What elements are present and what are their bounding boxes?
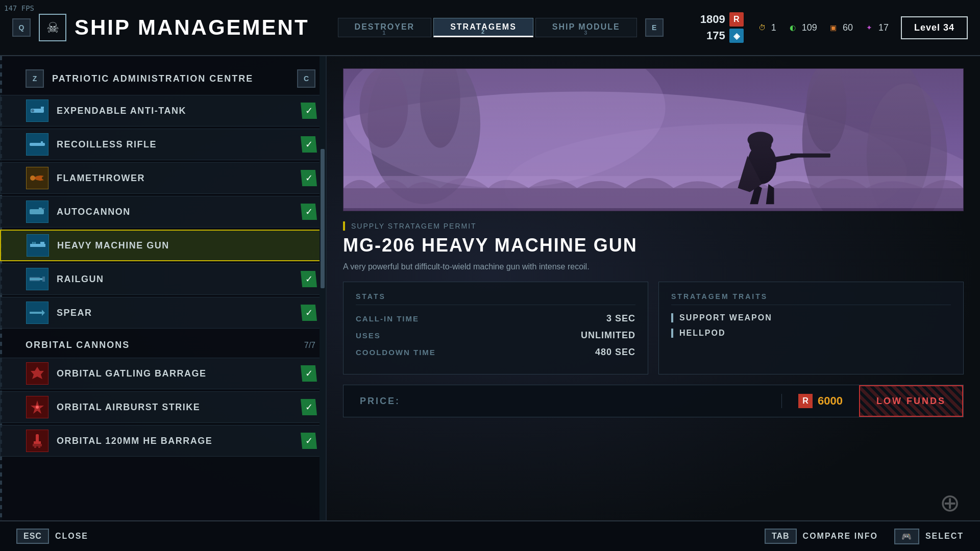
svg-point-5 (30, 176, 35, 181)
requisition-icon: R (729, 12, 744, 27)
super-credit-icon: ◈ (729, 29, 744, 43)
stat-uses: USES UNLIMITED (356, 330, 635, 341)
price-label: PRICE: (344, 396, 781, 407)
resource-row: ⏱ 1 ◐ 109 ▣ 60 ✦ 17 (756, 21, 889, 34)
orbital-airburst-icon (26, 396, 48, 418)
svg-rect-25 (34, 446, 36, 448)
orbital-gatling-check: ✓ (301, 365, 317, 382)
stratagem-item-expendable[interactable]: EXPENDABLE ANTI-TANK ✓ (0, 95, 326, 127)
tab-stratagems[interactable]: STRATAGEMS 2 (433, 18, 533, 37)
traits-panel-title: STRATAGEM TRAITS (671, 292, 951, 305)
svg-rect-12 (34, 242, 36, 244)
stratagem-item-railgun[interactable]: RAILGUN ✓ (0, 263, 326, 295)
samples-purple-icon: ✦ (863, 21, 875, 34)
key-q-badge[interactable]: Q (12, 18, 31, 37)
recoilless-icon (26, 133, 48, 156)
low-funds-button[interactable]: LOW FUNDS (859, 385, 963, 417)
svg-marker-19 (31, 367, 44, 379)
hmg-icon (27, 234, 49, 257)
flamethrower-name: FLAMETHROWER (57, 173, 301, 184)
stats-row: STATS CALL-IN TIME 3 SEC USES UNLIMITED … (343, 282, 964, 374)
pac-section-header: Z PATRIOTIC ADMINISTRATION CENTRE C (0, 64, 326, 93)
autocannon-check: ✓ (301, 204, 317, 220)
svg-rect-6 (30, 209, 44, 214)
svg-rect-16 (30, 280, 40, 281)
top-bar: Q ☠ SHIP MANAGEMENT DESTROYER 1 STRATAGE… (0, 0, 980, 56)
compare-action[interactable]: TAB COMPARE INFO (765, 529, 878, 544)
skull-icon: ☠ (39, 14, 66, 41)
main-currency-value: 1809 (700, 13, 725, 26)
svg-rect-8 (42, 208, 45, 209)
stratagem-item-spear[interactable]: SPEAR ✓ (0, 297, 326, 329)
select-key: 🎮 (894, 529, 919, 544)
svg-rect-10 (40, 242, 44, 244)
hmg-name: HEAVY MACHINE GUN (57, 240, 316, 251)
flamethrower-icon (26, 167, 48, 189)
stratagem-item-orbital-120mm[interactable]: ORBITAL 120MM HE BARRAGE ✓ (0, 425, 326, 457)
uses-label: USES (356, 331, 381, 340)
trait-hellpod: HELLPOD (671, 329, 951, 338)
trait-bar-1 (671, 313, 673, 322)
cooldown-value: 480 SEC (595, 347, 635, 358)
compare-label: COMPARE INFO (803, 532, 878, 541)
trait-hellpod-name: HELLPOD (679, 329, 725, 338)
key-c-badge[interactable]: C (297, 69, 315, 88)
price-value: 6000 (818, 394, 843, 408)
medals-icon: ⏱ (756, 21, 768, 34)
flamethrower-check: ✓ (301, 170, 317, 186)
stratagem-item-recoilless[interactable]: RECOILLESS RIFLE ✓ (0, 129, 326, 160)
stats-panel: STATS CALL-IN TIME 3 SEC USES UNLIMITED … (343, 282, 648, 374)
expendable-check: ✓ (301, 103, 317, 119)
resource-medals: ⏱ 1 (756, 21, 776, 34)
spear-name: SPEAR (57, 308, 301, 318)
orbital-120mm-name: ORBITAL 120MM HE BARRAGE (57, 436, 301, 446)
svg-rect-9 (30, 244, 45, 247)
key-e-badge[interactable]: E (645, 18, 664, 37)
orbital-section-title: ORBITAL CANNONS (26, 340, 130, 350)
svg-marker-18 (42, 310, 45, 316)
price-amount: R 6000 (781, 394, 859, 408)
tab-destroyer[interactable]: DESTROYER 1 (338, 18, 432, 37)
svg-rect-24 (33, 444, 42, 446)
tab-ship-module[interactable]: SHIP MODULE 3 (535, 18, 637, 37)
stratagem-item-orbital-airburst[interactable]: ORBITAL AIRBURST STRIKE ✓ (0, 391, 326, 423)
svg-point-21 (36, 406, 39, 409)
samples-orange-icon: ▣ (827, 21, 840, 34)
stratagem-item-orbital-gatling[interactable]: ORBITAL GATLING BARRAGE ✓ (0, 358, 326, 389)
scrollbar[interactable] (320, 56, 326, 520)
fps-counter: 147 FPS (4, 4, 34, 12)
expendable-name: EXPENDABLE ANTI-TANK (57, 106, 301, 116)
call-in-time-label: CALL-IN TIME (356, 314, 419, 323)
stratagem-item-autocannon[interactable]: AUTOCANNON ✓ (0, 196, 326, 228)
main-content: Z PATRIOTIC ADMINISTRATION CENTRE C EXPE… (0, 56, 980, 520)
select-label: SELECT (925, 532, 964, 541)
orbital-section-header: ORBITAL CANNONS 7/7 (0, 335, 326, 356)
svg-rect-4 (41, 141, 43, 143)
svg-point-2 (31, 109, 34, 112)
sub-currency-value: 175 (706, 29, 725, 42)
expendable-icon (26, 99, 48, 122)
stratagem-item-flamethrower[interactable]: FLAMETHROWER ✓ (0, 162, 326, 194)
weapon-name: MG-206 HEAVY MACHINE GUN (343, 235, 964, 256)
close-label: CLOSE (55, 532, 88, 541)
stratagem-item-hmg[interactable]: HEAVY MACHINE GUN (0, 230, 326, 261)
bottom-bar: ESC CLOSE TAB COMPARE INFO 🎮 SELECT (0, 520, 980, 551)
uses-value: UNLIMITED (581, 330, 635, 341)
top-right: 1809 R 175 ◈ ⏱ 1 ◐ 109 ▣ (700, 12, 968, 43)
weapon-detail-header: SUPPLY STRATAGEM PERMIT MG-206 HEAVY MAC… (343, 221, 964, 271)
recoilless-name: RECOILLESS RIFLE (57, 139, 301, 150)
resource-samples-orange: ▣ 60 (827, 21, 853, 34)
key-z-badge[interactable]: Z (26, 69, 44, 88)
page-title: SHIP MANAGEMENT (75, 15, 309, 40)
svg-rect-26 (38, 446, 40, 448)
currency-block: 1809 R 175 ◈ (700, 12, 744, 43)
orbital-120mm-check: ✓ (301, 433, 317, 449)
call-in-time-value: 3 SEC (606, 313, 635, 324)
traits-panel: STRATAGEM TRAITS SUPPORT WEAPON HELLPOD (658, 282, 964, 374)
stats-panel-title: STATS (356, 292, 635, 305)
autocannon-name: AUTOCANNON (57, 207, 301, 217)
sub-currency-row: 175 ◈ (706, 29, 744, 43)
autocannon-icon (26, 201, 48, 223)
close-action[interactable]: ESC CLOSE (16, 529, 88, 544)
select-action[interactable]: 🎮 SELECT (894, 529, 964, 544)
